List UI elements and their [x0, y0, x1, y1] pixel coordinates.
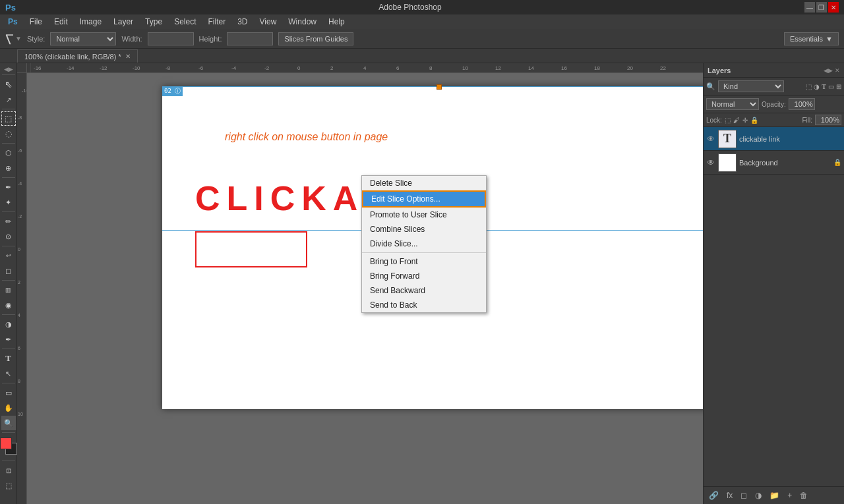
- gradient-tool[interactable]: ▥: [1, 283, 16, 297]
- panel-collapse-icon[interactable]: ◀▶: [824, 67, 833, 74]
- ctx-item-send-back[interactable]: Send to Back: [362, 298, 486, 312]
- clone-tool[interactable]: ⊙: [1, 229, 16, 244]
- ctx-item-bring-front[interactable]: Bring to Front: [362, 254, 486, 269]
- layer-delete-icon[interactable]: 🗑: [797, 490, 810, 501]
- filter-adjust-icon[interactable]: ◑: [814, 83, 820, 90]
- artboard-tool[interactable]: ↗: [1, 92, 16, 107]
- hand-tool[interactable]: ✋: [1, 401, 16, 415]
- lock-all-icon[interactable]: 🔒: [750, 117, 758, 124]
- svg-text:18: 18: [594, 65, 600, 71]
- filter-type-icon[interactable]: T: [822, 83, 826, 90]
- fill-input[interactable]: [815, 115, 841, 125]
- ctx-item-combine[interactable]: Combine Slices: [362, 222, 486, 237]
- menu-help[interactable]: Help: [323, 16, 350, 28]
- svg-text:-6: -6: [198, 65, 204, 71]
- menu-view[interactable]: View: [255, 16, 282, 28]
- lasso-tool[interactable]: ◌: [1, 126, 16, 141]
- tool-separator-7: [2, 280, 15, 281]
- lock-paint-icon[interactable]: 🖌: [733, 117, 740, 124]
- layer-item-clickable-link[interactable]: 👁 T clickable link: [704, 127, 844, 151]
- menu-filter[interactable]: Filter: [202, 16, 231, 28]
- essentials-dropdown[interactable]: Essentials ▼: [784, 32, 839, 45]
- path-select-tool[interactable]: ↖: [1, 366, 16, 381]
- close-button[interactable]: ✕: [828, 2, 839, 13]
- slice-handle-top: [437, 84, 442, 90]
- history-tool[interactable]: ↩: [1, 248, 16, 263]
- style-dropdown[interactable]: Normal: [50, 32, 116, 45]
- document-canvas[interactable]: 02 ⓘ right click on mouse button in page…: [162, 86, 703, 409]
- marquee-tool[interactable]: ⬚: [1, 111, 16, 126]
- eyedropper-tool[interactable]: ✒: [1, 180, 16, 194]
- ctx-item-bring-forward[interactable]: Bring Forward: [362, 269, 486, 283]
- tab-document[interactable]: 100% (clickable link, RGB/8) * ✕: [17, 49, 138, 63]
- filter-smart-icon[interactable]: ⊞: [836, 83, 841, 90]
- ctx-item-promote[interactable]: Promote to User Slice: [362, 208, 486, 222]
- menu-3d[interactable]: 3D: [232, 16, 253, 28]
- quick-select-tool[interactable]: ⬡: [1, 146, 16, 160]
- svg-text:0: 0: [18, 247, 20, 252]
- lock-transparent-icon[interactable]: ⬚: [725, 117, 731, 124]
- crop-tool[interactable]: ⊕: [1, 161, 16, 175]
- layer-visibility-clickable-link[interactable]: 👁: [706, 134, 715, 144]
- blend-mode-dropdown[interactable]: Normal: [706, 98, 759, 110]
- panel-menu-icon[interactable]: ✕: [835, 67, 840, 74]
- ctx-item-send-backward[interactable]: Send Backward: [362, 283, 486, 298]
- dodge-tool[interactable]: ◑: [1, 317, 16, 331]
- type-tool[interactable]: T: [1, 351, 16, 366]
- eraser-tool[interactable]: ◻: [1, 264, 16, 278]
- lock-position-icon[interactable]: ✛: [742, 117, 748, 124]
- shape-tool[interactable]: ▭: [1, 385, 16, 400]
- layers-panel-header: Layers ◀▶ ✕: [704, 63, 844, 78]
- layer-item-background[interactable]: 👁 Background 🔒: [704, 151, 844, 175]
- menu-type[interactable]: Type: [140, 16, 167, 28]
- titlebar-controls[interactable]: — ❐ ✕: [804, 2, 839, 13]
- layer-adjustment-icon[interactable]: ◑: [752, 490, 764, 501]
- layer-new-icon[interactable]: +: [785, 490, 795, 501]
- svg-text:10: 10: [462, 65, 468, 71]
- ctx-item-divide[interactable]: Divide Slice...: [362, 237, 486, 251]
- menu-layer[interactable]: Layer: [108, 16, 138, 28]
- menu-image[interactable]: Image: [75, 16, 107, 28]
- svg-text:8: 8: [429, 65, 433, 71]
- foreground-color[interactable]: [0, 437, 12, 449]
- tab-close-button[interactable]: ✕: [125, 53, 131, 60]
- minimize-button[interactable]: —: [804, 2, 815, 13]
- menu-ps[interactable]: Ps: [3, 16, 23, 28]
- height-input[interactable]: [227, 32, 273, 45]
- blur-tool[interactable]: ◉: [1, 298, 16, 312]
- brush-tool[interactable]: ✏: [1, 214, 16, 229]
- zoom-tool[interactable]: 🔍: [1, 416, 16, 430]
- menu-select[interactable]: Select: [169, 16, 201, 28]
- menu-file[interactable]: File: [24, 16, 47, 28]
- filter-shape-icon[interactable]: ▭: [828, 83, 834, 90]
- toolbar-collapse[interactable]: ◀▶: [4, 66, 13, 72]
- move-tool[interactable]: ⇖: [1, 77, 16, 92]
- screen-mode-button[interactable]: ⬚: [1, 478, 16, 493]
- layer-folder-icon[interactable]: 📁: [767, 490, 782, 501]
- svg-text:12: 12: [495, 65, 501, 71]
- layer-fx-icon[interactable]: fx: [724, 490, 735, 501]
- layer-thumbnail-background: [718, 154, 737, 172]
- layer-link-icon[interactable]: 🔗: [706, 490, 721, 501]
- pen-tool[interactable]: ✒: [1, 332, 16, 347]
- ruler-v-svg: -10 -8 -6 -4 -2 0 2 4 6 8 10: [17, 73, 27, 468]
- ctx-item-delete-slice[interactable]: Delete Slice: [362, 176, 486, 190]
- quick-mask-button[interactable]: ⊡: [1, 463, 16, 478]
- ctx-item-edit-slice-options[interactable]: Edit Slice Options...: [362, 190, 486, 208]
- layer-mask-icon[interactable]: ◻: [738, 490, 750, 501]
- menu-edit[interactable]: Edit: [49, 16, 73, 28]
- filter-pixel-icon[interactable]: ⬚: [806, 83, 812, 90]
- maximize-button[interactable]: ❐: [816, 2, 827, 13]
- width-input[interactable]: [148, 32, 194, 45]
- svg-text:-2: -2: [264, 65, 270, 71]
- layer-visibility-background[interactable]: 👁: [706, 158, 715, 167]
- layer-type-icon: T: [723, 132, 731, 146]
- opacity-input[interactable]: [789, 98, 815, 110]
- slices-from-guides-button[interactable]: Slices From Guides: [278, 32, 353, 45]
- context-menu[interactable]: Delete Slice Edit Slice Options... Promo…: [361, 175, 487, 313]
- color-selector[interactable]: [0, 437, 18, 456]
- layer-kind-dropdown[interactable]: Kind: [718, 80, 784, 92]
- menu-window[interactable]: Window: [283, 16, 322, 28]
- svg-text:2: 2: [330, 65, 334, 71]
- healing-tool[interactable]: ✦: [1, 195, 16, 210]
